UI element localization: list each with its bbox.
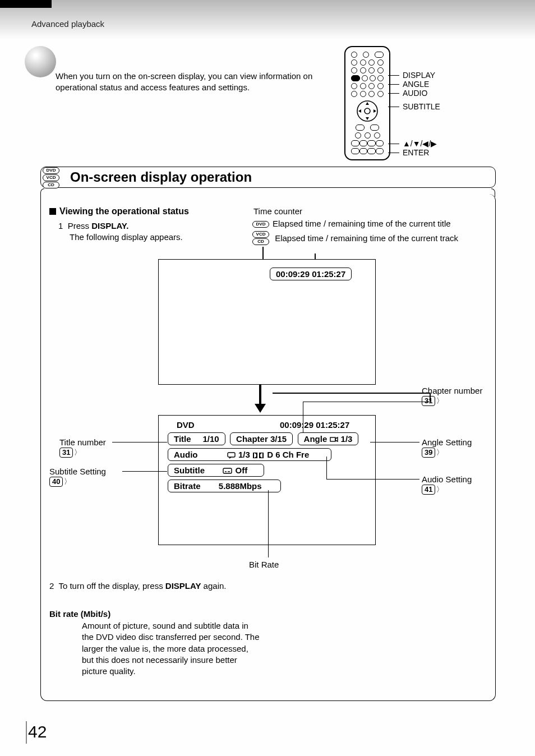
step-2-number: 2 (49, 581, 54, 591)
remote-enter-label: ENTER (403, 148, 429, 157)
arrow-head-icon (255, 404, 266, 413)
svg-rect-12 (223, 468, 232, 473)
audio-setting-callout: Audio Setting 41〉 (422, 474, 472, 495)
dvd-time-line: DVDElapsed time / remaining time of the … (252, 219, 451, 228)
osd2-angle-box: Angle 1/3 (298, 432, 359, 445)
bit-rate-callout: Bit Rate (249, 560, 279, 569)
cd-badge: CD (43, 182, 59, 188)
svg-marker-5 (373, 109, 376, 113)
nav-pad-icon (353, 99, 381, 123)
osd2-subtitle-box: Subtitle Off (168, 464, 264, 477)
chapter-number-callout: Chapter number 31〉 (422, 386, 482, 406)
disc-badges: DVD VCD CD (43, 167, 59, 188)
osd2-subtitle-label: Subtitle (174, 465, 205, 475)
osd2-title-label: Title (174, 434, 191, 444)
svg-rect-8 (228, 453, 235, 457)
page-number: 42 (28, 722, 47, 741)
osd2-subtitle-val: Off (236, 465, 248, 475)
step-2: 2 To turn off the display, press DISPLAY… (49, 581, 227, 591)
remote-illustration (344, 46, 390, 160)
viewing-status-heading-text: Viewing the operational status (59, 206, 189, 216)
title-number-callout: Title number 31〉 (59, 437, 106, 458)
step-1: 1 Press DISPLAY. (58, 221, 128, 231)
step-1-display: DISPLAY. (91, 221, 128, 231)
vcd-badge-inline: VCD (252, 231, 269, 238)
osd2-disc: DVD (177, 420, 195, 430)
speech-icon (227, 452, 236, 459)
vcd-time-text: Elapsed time / remaining time of the cur… (275, 233, 458, 243)
osd-screen-1: 00:09:29 01:25:27 (158, 259, 376, 385)
subtitle-setting-page: 40 (49, 477, 63, 487)
bitrate-body: Amount of picture, sound and subtitle da… (82, 620, 261, 677)
remote-subtitle-label: SUBTITLE (403, 102, 440, 111)
osd2-title-box: Title 1/10 (168, 432, 225, 445)
osd2-time: 00:09:29 01:25:27 (280, 420, 349, 430)
svg-marker-3 (366, 117, 369, 120)
sphere-decor (25, 46, 56, 77)
subtitle-setting-callout: Subtitle Setting 40〉 (49, 467, 106, 487)
subtitle-icon (223, 468, 233, 474)
osd2-title-val: 1/10 (202, 434, 219, 444)
remote-display-label: DISPLAY (403, 71, 435, 80)
remote-angle-label: ANGLE (403, 80, 429, 89)
corner-tab (0, 0, 52, 8)
osd2-audio-label: Audio (174, 450, 198, 459)
cd-badge-inline: CD (252, 238, 269, 245)
time-counter-label: Time counter (253, 206, 302, 216)
angle-setting-callout: Angle Setting 39〉 (422, 437, 472, 458)
page-number-rule (26, 721, 27, 744)
osd-screen-2: DVD 00:09:29 01:25:27 Title 1/10 Chapter… (158, 415, 376, 545)
step-2-suffix: again. (201, 581, 226, 591)
osd2-angle-val: 1/3 (341, 434, 353, 444)
intro-paragraph: When you turn on the on-screen display, … (56, 71, 325, 94)
audio-setting-page: 41 (422, 485, 435, 495)
angle-setting-label: Angle Setting (422, 437, 472, 447)
dvd-time-text: Elapsed time / remaining time of the cur… (273, 219, 451, 228)
step-1-number: 1 (58, 221, 63, 231)
chapter-number-label: Chapter number (422, 386, 482, 395)
svg-marker-4 (358, 109, 361, 113)
svg-marker-7 (335, 437, 338, 441)
remote-arrows-label: ▲/▼/◀/▶ (403, 139, 437, 148)
osd2-audio-surround: D 6 Ch Fre (267, 450, 309, 459)
osd2-audio-box: Audio 1/3 D 6 Ch Fre (168, 448, 331, 461)
chapter-number-page: 31 (422, 396, 435, 406)
title-number-label: Title number (59, 437, 106, 447)
svg-marker-2 (366, 102, 369, 105)
dvd-badge: DVD (43, 167, 59, 174)
step-1-prefix: Press (68, 221, 92, 231)
remote-audio-label: AUDIO (403, 89, 427, 98)
vcd-cd-time-line: VCD CD Elapsed time / remaining time of … (252, 231, 458, 245)
section-header: Advanced playback (31, 19, 104, 29)
step-2-prefix: To turn off the display, press (58, 581, 165, 591)
camera-icon (329, 435, 338, 443)
osd2-bitrate-label: Bitrate (174, 481, 201, 491)
osd1-time: 00:09:29 01:25:27 (270, 268, 352, 280)
step-1-tail: The following display appears. (70, 232, 183, 242)
manual-page: Advanced playback When you turn on the o… (0, 0, 535, 756)
osd2-bitrate-val: 5.888Mbps (219, 481, 262, 491)
audio-setting-label: Audio Setting (422, 474, 472, 484)
osd2-audio-val: 1/3 (238, 450, 250, 459)
step-2-display: DISPLAY (165, 581, 201, 591)
svg-rect-6 (330, 437, 335, 441)
subtitle-setting-label: Subtitle Setting (49, 467, 106, 476)
arrow-icon (259, 385, 261, 405)
bitrate-heading: Bit rate (Mbit/s) (49, 609, 110, 619)
osd2-angle-label: Angle (304, 434, 328, 444)
viewing-status-heading: Viewing the operational status (49, 206, 189, 216)
svg-point-1 (365, 108, 370, 114)
dvd-badge-inline: DVD (252, 221, 269, 228)
osd2-chapter-box: Chapter 3/15 (230, 432, 293, 445)
section-title-bar: On-screen display operation (40, 167, 496, 188)
title-number-page: 31 (59, 448, 73, 458)
osd2-bitrate-box: Bitrate 5.888Mbps (168, 480, 281, 492)
section-title: On-screen display operation (70, 169, 252, 185)
dolby-icon (252, 452, 265, 459)
vcd-badge: VCD (43, 174, 59, 181)
angle-setting-page: 39 (422, 448, 435, 458)
